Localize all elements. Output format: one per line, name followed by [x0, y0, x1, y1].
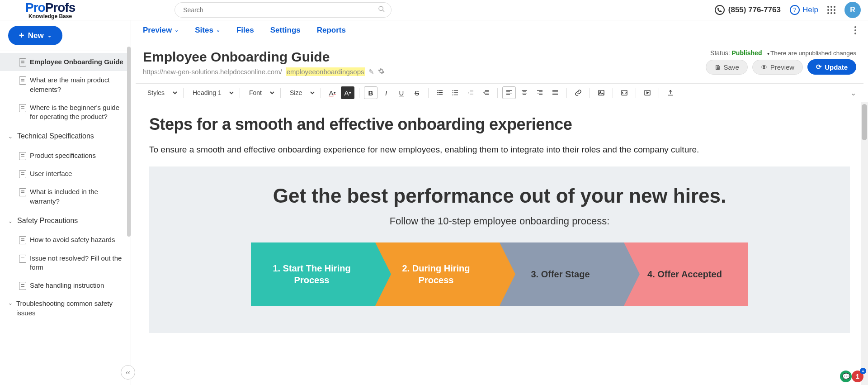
gear-icon[interactable] [378, 68, 385, 76]
tb-upload[interactable] [664, 86, 677, 99]
tb-text-color[interactable]: A▾ [326, 86, 339, 99]
tb-align-right[interactable] [533, 86, 547, 99]
apps-icon[interactable] [827, 6, 835, 14]
infographic-subtitle: Follow the 10-step employee onboarding p… [176, 215, 823, 227]
tb-list-ul[interactable] [448, 86, 462, 99]
nav-sites[interactable]: Sites⌄ [195, 26, 220, 35]
preview-button[interactable]: 👁 Preview [752, 60, 803, 75]
sidebar-item-beginners-guide[interactable]: Where is the beginner's guide for operat… [0, 99, 131, 126]
save-button[interactable]: 🗎 Save [706, 60, 748, 75]
tb-styles[interactable]: Styles [143, 87, 179, 99]
phone-number[interactable]: (855) 776-7763 [715, 5, 781, 15]
overflow-menu[interactable] [854, 26, 856, 34]
new-button-label: New [28, 31, 44, 40]
status-note: There are unpublished changes [767, 50, 856, 57]
sidebar-item-product-specifications[interactable]: Product specifications [0, 147, 131, 165]
nav-label: Sites [195, 26, 213, 35]
sidebar-item-troubleshooting[interactable]: ⌃ Troubleshooting common safety issues [0, 295, 131, 322]
nav-preview[interactable]: Preview⌄ [143, 26, 179, 35]
avatar[interactable]: R [844, 2, 861, 18]
update-label: Update [825, 63, 848, 71]
tb-underline[interactable]: U [395, 86, 408, 99]
tb-align-left[interactable] [502, 86, 516, 99]
sidebar-item-label: User interface [30, 169, 72, 178]
svg-point-2 [453, 90, 453, 91]
sidebar-item-user-interface[interactable]: User interface [0, 165, 131, 183]
help-link[interactable]: ? Help [790, 5, 818, 15]
sidebar-category-safety[interactable]: ⌃ Safety Precautions [0, 210, 131, 231]
sidebar-item-issue-form[interactable]: Issue not resolved? Fill out the form [0, 249, 131, 277]
page-url: https://new-gen-solutions.helpdocsonline… [143, 67, 706, 76]
sidebar-item-safe-handling[interactable]: Safe handling instruction [0, 276, 131, 295]
new-button[interactable]: + New ⌄ [8, 26, 62, 45]
search-input[interactable] [175, 2, 392, 18]
editor-body[interactable]: Steps for a smooth and effective onboard… [131, 102, 868, 346]
editor-scrollbar[interactable] [861, 102, 868, 385]
tb-video[interactable] [641, 86, 654, 99]
sidebar-category-technical-specs[interactable]: ⌃ Technical Specifications [0, 126, 131, 147]
tb-strike[interactable]: S [410, 86, 424, 99]
help-icon: ? [790, 5, 800, 15]
process-step-1: 1. Start The Hiring Process [251, 242, 375, 306]
chevron-down-icon: ⌄ [175, 27, 179, 33]
tb-italic[interactable]: I [379, 86, 393, 99]
tb-font[interactable]: Font [245, 87, 276, 99]
document-icon [19, 58, 26, 67]
tb-align-center[interactable] [518, 86, 531, 99]
editor-toolbar: Styles Heading 1 Font Size A▾ A▾ B I U S [136, 83, 863, 102]
top-header: ProProfs Knowledge Base (855) 776-7763 ?… [0, 0, 868, 20]
tb-expand[interactable]: ⌄ [850, 89, 856, 97]
tb-align-justify[interactable] [548, 86, 562, 99]
update-button[interactable]: ⟳ Update [807, 59, 856, 75]
nav-label: Settings [270, 26, 301, 35]
svg-point-4 [453, 95, 453, 95]
sidebar-item-product-elements[interactable]: What are the main product elements? [0, 71, 131, 99]
sidebar-item-warranty[interactable]: What is included in the warranty? [0, 183, 131, 210]
nav-label: Preview [143, 26, 172, 35]
page-title: Employee Onboarding Guide [143, 49, 706, 65]
tb-image[interactable] [594, 86, 608, 99]
edit-url-icon[interactable]: ✎ [368, 68, 374, 76]
logo[interactable]: ProProfs Knowledge Base [25, 0, 75, 19]
badge-chat[interactable]: 💬 [840, 371, 852, 382]
tb-link[interactable] [571, 86, 585, 99]
sidebar-item-label: Troubleshooting common safety issues [16, 299, 124, 318]
sidebar-scrollbar[interactable] [127, 47, 131, 385]
tb-heading[interactable]: Heading 1 [188, 87, 235, 99]
nav-settings[interactable]: Settings [270, 26, 301, 35]
nav-reports[interactable]: Reports [317, 26, 346, 35]
chevron-down-icon: ⌃ [8, 133, 13, 140]
tb-bold[interactable]: B [364, 86, 377, 99]
chevron-down-icon: ⌃ [8, 217, 13, 224]
tb-list-ol[interactable] [433, 86, 447, 99]
svg-point-0 [379, 6, 383, 10]
process-step-label: 3. Offer Stage [531, 268, 590, 280]
content-h1: Steps for a smooth and effective onboard… [149, 115, 850, 134]
process-steps: 1. Start The Hiring Process 2. During Hi… [251, 242, 748, 306]
document-icon [19, 236, 26, 244]
header-right: (855) 776-7763 ? Help R [715, 2, 861, 18]
main: Preview⌄ Sites⌄ Files Settings Reports E… [131, 20, 868, 385]
sidebar-item-safety-hazards[interactable]: How to avoid safety hazards [0, 231, 131, 249]
tb-outdent[interactable] [464, 86, 477, 99]
infographic-title: Get the best performance out of your new… [176, 185, 823, 207]
nav-files[interactable]: Files [236, 26, 254, 35]
tb-embed[interactable] [618, 86, 631, 99]
process-step-label: 2. During Hiring Process [389, 262, 483, 286]
search-icon[interactable] [378, 5, 385, 14]
sidebar-item-label: Product specifications [30, 151, 96, 160]
svg-rect-5 [599, 90, 604, 95]
page-header: Employee Onboarding Guide https://new-ge… [131, 40, 868, 81]
tb-size[interactable]: Size [285, 87, 316, 99]
sidebar-tree: Employee Onboarding Guide What are the m… [0, 51, 131, 385]
sidebar-category-label: Safety Precautions [17, 216, 78, 226]
page-url-slug[interactable]: employeeonboardingsops [286, 67, 365, 76]
tb-highlight[interactable]: A▾ [341, 86, 354, 99]
tb-indent[interactable] [479, 86, 493, 99]
badge-notifications[interactable]: 1 + [852, 371, 863, 382]
floating-badges: 💬 1 + [840, 371, 863, 382]
process-step-label: 4. Offer Accepted [647, 268, 722, 280]
phone-icon [715, 5, 725, 15]
sidebar-item-onboarding-guide[interactable]: Employee Onboarding Guide [0, 53, 131, 71]
status-line: Status: Published There are unpublished … [706, 49, 856, 57]
